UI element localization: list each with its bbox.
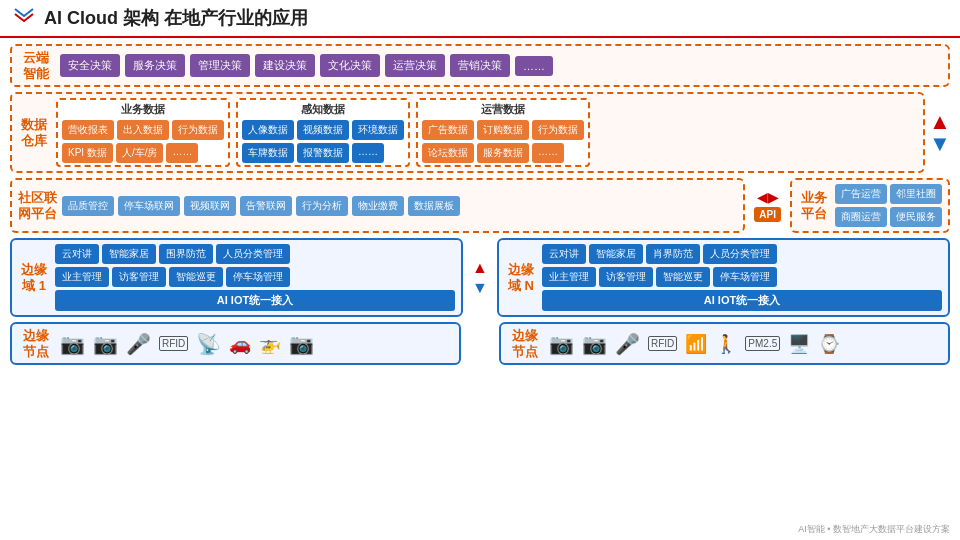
cloud-box-3: 管理决策 bbox=[190, 54, 250, 77]
watch-n: ⌚ bbox=[818, 333, 840, 355]
edgeN-func-row2: 业主管理 访客管理 智能巡更 停车场管理 bbox=[542, 267, 942, 287]
terminal-n: 🖥️ bbox=[788, 333, 810, 355]
perc-box-6: …… bbox=[352, 143, 384, 163]
ops-box-1: 广告数据 bbox=[422, 120, 474, 140]
ops-data-rows: 广告数据 订购数据 行为数据 论坛数据 服务数据 …… bbox=[422, 120, 584, 163]
api-badge: API bbox=[754, 207, 781, 222]
perc-box-4: 车牌数据 bbox=[242, 143, 294, 163]
ops-box-4: 论坛数据 bbox=[422, 143, 474, 163]
header: AI Cloud 架构 在地产行业的应用 bbox=[0, 0, 960, 38]
e1f8: 停车场管理 bbox=[226, 267, 290, 287]
biz-plat-box-4: 便民服务 bbox=[890, 207, 942, 227]
ops-box-6: …… bbox=[532, 143, 564, 163]
cloud-box-5: 文化决策 bbox=[320, 54, 380, 77]
biz-box-3: 行为数据 bbox=[172, 120, 224, 140]
edge-node1-devices: 📷 📷 🎤 RFID 📡 🚗 🚁 📷 bbox=[60, 332, 314, 356]
perc-box-1: 人像数据 bbox=[242, 120, 294, 140]
biz-plat-box-1: 广告运营 bbox=[835, 184, 887, 204]
eNf7: 智能巡更 bbox=[656, 267, 710, 287]
edge-domain1-label: 边缘 域 1 bbox=[18, 262, 50, 293]
e1f6: 访客管理 bbox=[112, 267, 166, 287]
biz-box-1: 营收报表 bbox=[62, 120, 114, 140]
comm-box-1: 品质管控 bbox=[62, 196, 114, 216]
comm-box-6: 物业缴费 bbox=[352, 196, 404, 216]
e1f1: 云对讲 bbox=[55, 244, 99, 264]
edge-domain-n: 边缘 域 N 云对讲 智能家居 肖界防范 人员分类管理 业主管理 访客管理 智能… bbox=[497, 238, 950, 317]
drone-icon: 🚁 bbox=[259, 333, 281, 355]
perc-box-5: 报警数据 bbox=[297, 143, 349, 163]
perc-box-3: 环境数据 bbox=[352, 120, 404, 140]
edge-nodes-row: 边缘 节点 📷 📷 🎤 RFID 📡 🚗 🚁 📷 bbox=[10, 322, 950, 365]
edge-domain-arrows: ▲ ▼ bbox=[471, 238, 489, 317]
data-warehouse-section: 数据 仓库 业务数据 营收报表 出入数据 行为数据 KPI 数据 bbox=[10, 92, 925, 173]
edge1-func-row1: 云对讲 智能家居 围界防范 人员分类管理 bbox=[55, 244, 455, 264]
biz-box-6: …… bbox=[166, 143, 198, 163]
eNf8: 停车场管理 bbox=[713, 267, 777, 287]
camera-icon-1: 📷 bbox=[60, 332, 85, 356]
pm25-n: PM2.5 bbox=[745, 336, 780, 351]
car-icon: 🚗 bbox=[229, 333, 251, 355]
wifi-icon: 📡 bbox=[196, 332, 221, 356]
edge-node1-label: 边缘 节点 bbox=[20, 328, 52, 359]
eNf1: 云对讲 bbox=[542, 244, 586, 264]
eNf5: 业主管理 bbox=[542, 267, 596, 287]
perception-data-rows: 人像数据 视频数据 环境数据 车牌数据 报警数据 …… bbox=[242, 120, 404, 163]
perc-box-2: 视频数据 bbox=[297, 120, 349, 140]
cloud-box-8: …… bbox=[515, 56, 553, 76]
footer-text: AI智能 • 数智地产大数据平台建设方案 bbox=[798, 523, 950, 536]
eNf6: 访客管理 bbox=[599, 267, 653, 287]
camera-icon-3: 📷 bbox=[289, 332, 314, 356]
data-warehouse-label: 数据 仓库 bbox=[18, 98, 50, 167]
edge-domain-1: 边缘 域 1 云对讲 智能家居 围界防范 人员分类管理 业主管理 访客管理 智能… bbox=[10, 238, 463, 317]
edge1-iot-bar: AI IOT统一接入 bbox=[55, 290, 455, 311]
edge-nodeN-label: 边缘 节点 bbox=[509, 328, 541, 359]
wifi-n: 📶 bbox=[685, 333, 707, 355]
edgeN-func-row1: 云对讲 智能家居 肖界防范 人员分类管理 bbox=[542, 244, 942, 264]
business-label: 业务 平台 bbox=[798, 190, 830, 221]
api-arrows: ◀▶ API bbox=[750, 178, 785, 233]
comm-box-4: 告警联网 bbox=[240, 196, 292, 216]
camera-icon-2: 📷 bbox=[93, 332, 118, 356]
rfid-icon: RFID bbox=[159, 336, 188, 351]
mic-icon: 🎤 bbox=[126, 332, 151, 356]
edgeN-iot-bar: AI IOT统一接入 bbox=[542, 290, 942, 311]
edge-domainn-label: 边缘 域 N bbox=[505, 262, 537, 293]
biz-plat-box-3: 商圈运营 bbox=[835, 207, 887, 227]
cloud-box-6: 运营决策 bbox=[385, 54, 445, 77]
edge-node-n: 边缘 节点 📷 📷 🎤 RFID 📶 🚶 PM2.5 🖥️ ⌚ bbox=[499, 322, 950, 365]
person-n: 🚶 bbox=[715, 333, 737, 355]
business-data-rows: 营收报表 出入数据 行为数据 KPI 数据 人/车/房 …… bbox=[62, 120, 224, 163]
cloud-box-2: 服务决策 bbox=[125, 54, 185, 77]
edge1-func-row2: 业主管理 访客管理 智能巡更 停车场管理 bbox=[55, 267, 455, 287]
ops-box-2: 订购数据 bbox=[477, 120, 529, 140]
edge-node-1: 边缘 节点 📷 📷 🎤 RFID 📡 🚗 🚁 📷 bbox=[10, 322, 461, 365]
community-label: 社区联 网平台 bbox=[18, 190, 57, 221]
comm-box-3: 视频联网 bbox=[184, 196, 236, 216]
data-groups: 业务数据 营收报表 出入数据 行为数据 KPI 数据 人/车/房 …… bbox=[56, 98, 917, 167]
data-cloud-arrows: ▲ ▼ bbox=[930, 92, 950, 173]
business-data-group: 业务数据 营收报表 出入数据 行为数据 KPI 数据 人/车/房 …… bbox=[56, 98, 230, 167]
comm-box-5: 行为分析 bbox=[296, 196, 348, 216]
comm-box-7: 数据展板 bbox=[408, 196, 460, 216]
biz-box-4: KPI 数据 bbox=[62, 143, 113, 163]
cloud-label: 云端 智能 bbox=[20, 50, 52, 81]
comm-box-2: 停车场联网 bbox=[118, 196, 180, 216]
ops-data-group: 运营数据 广告数据 订购数据 行为数据 论坛数据 服务数据 …… bbox=[416, 98, 590, 167]
biz-box-5: 人/车/房 bbox=[116, 143, 164, 163]
ai-cloud-icon bbox=[12, 6, 36, 30]
edge-domainn-content: 云对讲 智能家居 肖界防范 人员分类管理 业主管理 访客管理 智能巡更 停车场管… bbox=[542, 244, 942, 311]
perception-data-group: 感知数据 人像数据 视频数据 环境数据 车牌数据 报警数据 …… bbox=[236, 98, 410, 167]
cloud-box-1: 安全决策 bbox=[60, 54, 120, 77]
edge-domains-row: 边缘 域 1 云对讲 智能家居 围界防范 人员分类管理 业主管理 访客管理 智能… bbox=[10, 238, 950, 317]
e1f7: 智能巡更 bbox=[169, 267, 223, 287]
eNf2: 智能家居 bbox=[589, 244, 643, 264]
eNf4: 人员分类管理 bbox=[703, 244, 777, 264]
ops-box-5: 服务数据 bbox=[477, 143, 529, 163]
e1f2: 智能家居 bbox=[102, 244, 156, 264]
business-platform: 业务 平台 广告运营 邻里社圈 商圈运营 便民服务 bbox=[790, 178, 950, 233]
cam-n1: 📷 bbox=[549, 332, 574, 356]
cloud-box-4: 建设决策 bbox=[255, 54, 315, 77]
e1f3: 围界防范 bbox=[159, 244, 213, 264]
e1f5: 业主管理 bbox=[55, 267, 109, 287]
community-section: 社区联 网平台 品质管控 停车场联网 视频联网 告警联网 行为分析 物业缴费 数… bbox=[10, 178, 950, 233]
